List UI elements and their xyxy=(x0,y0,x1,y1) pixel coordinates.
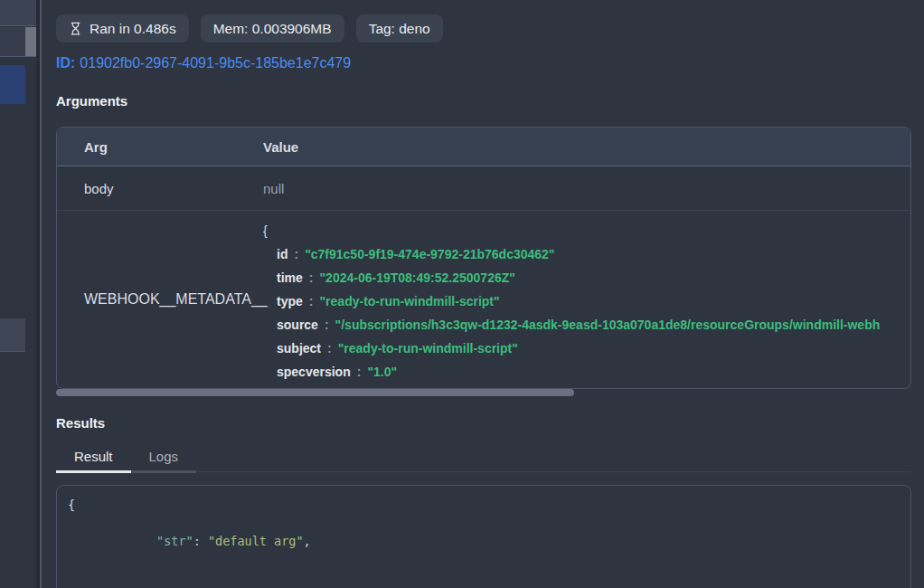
background-page-strip xyxy=(0,0,36,588)
arg-value-webhook-metadata: { id:"c7f91c50-9f19-474e-9792-21b76dc304… xyxy=(263,211,910,387)
arguments-table-header: Arg Value xyxy=(57,128,910,166)
background-divider xyxy=(0,56,36,57)
json-key: source xyxy=(277,318,318,332)
background-list-row xyxy=(0,27,25,56)
run-id-value[interactable]: 01902fb0-2967-4091-9b5c-185be1e7c479 xyxy=(80,55,351,71)
json-colon: : xyxy=(357,365,362,379)
json-value: "ready-to-run-windmill-script" xyxy=(338,341,518,356)
arguments-table: Arg Value body null WEBHOOK__METADATA__ … xyxy=(56,127,911,389)
json-entry-specversion[interactable]: specversion:"1.0" xyxy=(263,360,910,384)
background-selected-item[interactable] xyxy=(0,65,25,104)
memory-badge: Mem: 0.003906MB xyxy=(201,14,344,43)
json-value: "2024-06-19T08:49:52.2500726Z" xyxy=(319,270,514,285)
json-key: time xyxy=(277,270,303,285)
tag-badge: Tag: deno xyxy=(356,14,443,43)
code-line-str: "str": "default arg", xyxy=(68,514,900,568)
json-entry-id[interactable]: id:"c7f91c50-9f19-474e-9792-21b76dc30462… xyxy=(263,242,910,266)
json-entry-source[interactable]: source:"/subscriptions/h3c3qw-d1232-4asd… xyxy=(263,313,910,337)
hourglass-icon xyxy=(69,22,82,35)
metadata-json-viewer: { id:"c7f91c50-9f19-474e-9792-21b76dc304… xyxy=(263,211,910,384)
json-entry-type[interactable]: type:"ready-to-run-windmill-script" xyxy=(263,289,910,313)
arguments-section-title: Arguments xyxy=(56,93,127,109)
run-stats-badges: Ran in 0.486s Mem: 0.003906MB Tag: deno xyxy=(56,14,443,43)
json-key: specversion xyxy=(277,365,351,379)
results-tab-bar: Result Logs xyxy=(56,441,911,472)
run-id: ID:01902fb0-2967-4091-9b5c-185be1e7c479 xyxy=(56,55,351,71)
tag-badge-label: Tag: deno xyxy=(369,21,430,37)
json-open-brace: { xyxy=(263,219,910,242)
json-value: "1.0" xyxy=(367,365,397,379)
json-key: id xyxy=(277,247,288,261)
code-key: "str" xyxy=(156,534,193,548)
background-header-block xyxy=(0,0,36,26)
run-id-label: ID: xyxy=(56,55,75,71)
table-row-webhook-metadata: WEBHOOK__METADATA__ { id:"c7f91c50-9f19-… xyxy=(57,211,910,387)
json-value: "c7f91c50-9f19-474e-9792-21b76dc30462" xyxy=(305,247,554,261)
horizontal-scrollbar[interactable] xyxy=(56,389,911,396)
json-colon: : xyxy=(327,341,332,356)
arg-value-body: null xyxy=(263,181,910,196)
code-string-value: "default arg" xyxy=(208,534,304,548)
background-vertical-scrollbar-thumb[interactable] xyxy=(25,27,36,56)
memory-badge-label: Mem: 0.003906MB xyxy=(213,21,332,37)
duration-badge: Ran in 0.486s xyxy=(56,14,189,43)
screen: Ran in 0.486s Mem: 0.003906MB Tag: deno … xyxy=(0,0,924,588)
json-key: type xyxy=(277,294,303,308)
json-entry-subject[interactable]: subject:"ready-to-run-windmill-script" xyxy=(263,337,910,360)
json-entry-time[interactable]: time:"2024-06-19T08:49:52.2500726Z" xyxy=(263,266,910,289)
horizontal-scrollbar-thumb[interactable] xyxy=(56,389,574,396)
json-colon: : xyxy=(325,318,329,332)
result-code-panel: { "str": "default arg", "union": "Hello … xyxy=(56,485,911,588)
code-line-union: "union": "Hello World" xyxy=(68,568,900,588)
arg-name-body: body xyxy=(57,181,263,196)
json-colon: : xyxy=(309,294,314,308)
json-key: subject xyxy=(277,341,321,356)
code-open-brace: { xyxy=(68,496,900,514)
duration-badge-label: Ran in 0.486s xyxy=(90,21,176,37)
json-colon: : xyxy=(309,270,314,285)
results-section-title: Results xyxy=(56,415,105,431)
tab-logs[interactable]: Logs xyxy=(131,441,197,472)
code-separator: : xyxy=(193,534,208,548)
column-header-value: Value xyxy=(263,139,910,155)
arg-name-webhook-metadata: WEBHOOK__METADATA__ xyxy=(57,211,263,387)
background-lower-block xyxy=(0,318,25,351)
background-lower-divider xyxy=(0,351,25,352)
json-colon: : xyxy=(294,247,298,261)
json-value: "/subscriptions/h3c3qw-d1232-4asdk-9easd… xyxy=(335,318,881,332)
json-value: "ready-to-run-windmill-script" xyxy=(319,294,499,308)
run-detail-panel: Ran in 0.486s Mem: 0.003906MB Tag: deno … xyxy=(42,0,924,588)
column-header-arg: Arg xyxy=(57,139,263,155)
code-comma: , xyxy=(304,534,311,548)
table-row-body: body null xyxy=(57,166,910,211)
tab-result[interactable]: Result xyxy=(56,441,131,472)
